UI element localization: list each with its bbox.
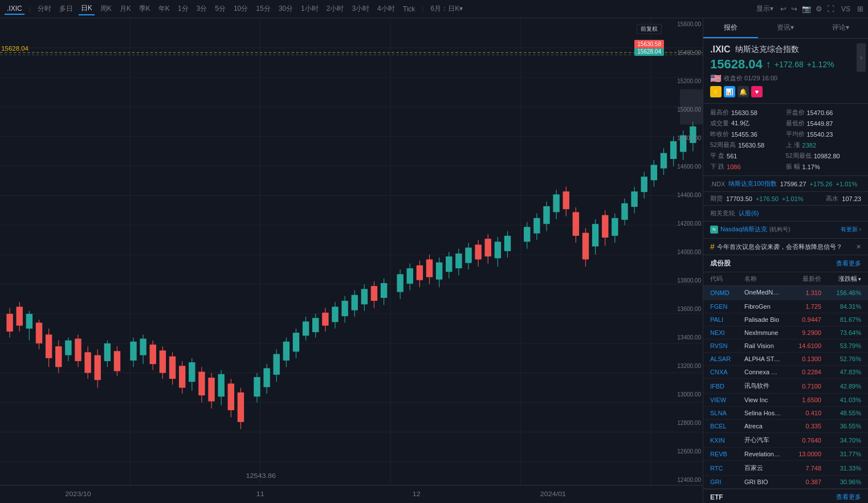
stat-flat: 平 盘 561 — [710, 150, 786, 161]
svg-rect-139 — [592, 224, 598, 246]
vs-button[interactable]: VS — [839, 4, 853, 14]
futures-high-label: 高水 — [826, 194, 838, 203]
redo-icon[interactable]: ↪ — [791, 5, 797, 13]
grid-icon[interactable]: ⊞ — [857, 5, 863, 13]
svg-rect-63 — [198, 372, 205, 396]
svg-rect-147 — [631, 191, 637, 207]
futures-change: +176.50 — [756, 195, 779, 202]
table-row[interactable]: NEXI NexImmune 9.2900 73.64% — [703, 326, 868, 340]
news-update[interactable]: 有更新 › — [841, 226, 861, 234]
table-row[interactable]: RTC 百家云 7.748 31.33% — [703, 461, 868, 476]
main-layout: 前复权 — [0, 18, 868, 503]
tf-2h[interactable]: 2小时 — [324, 3, 347, 15]
components-table-section: 成份股 查看更多 代码 名称 最新价 涨跌幅▾ ONMD OneMedNet i… — [703, 255, 868, 503]
ndx-pct: +1.01% — [836, 181, 858, 187]
settings-icon[interactable]: ⚙ — [816, 5, 822, 13]
table-row[interactable]: ONMD OneMedNet i 1.310 156.46% — [703, 286, 868, 300]
tf-yuek[interactable]: 月K — [117, 3, 133, 15]
table-row[interactable]: ALSAR ALPHA STAR Ai 0.1300 52.76% — [703, 353, 868, 366]
tf-tick[interactable]: Tick — [401, 4, 418, 14]
chart-icon[interactable]: 📊 — [724, 86, 735, 97]
tf-3min[interactable]: 3分 — [194, 3, 210, 15]
table-row[interactable]: IFBD 讯鸟软件 0.7100 42.89% — [703, 379, 868, 394]
toolbar-right: 显示▾ ↩ ↪ 📷 ⚙ ⛶ VS ⊞ — [754, 3, 863, 15]
cell-price: 0.9447 — [781, 316, 821, 323]
svg-rect-115 — [465, 248, 471, 263]
table-row[interactable]: GRI GRI BIO 0.387 30.96% — [703, 476, 868, 489]
cell-price: 0.335 — [781, 423, 821, 430]
tab-quote[interactable]: 报价 — [703, 18, 758, 38]
svg-rect-143 — [612, 218, 618, 236]
camera-icon[interactable]: 📷 — [802, 5, 811, 13]
stock-change-abs: +172.68 — [775, 60, 804, 69]
tf-3h[interactable]: 3小时 — [349, 3, 372, 15]
nasdaq-icon: N — [710, 226, 718, 234]
tf-30min[interactable]: 30分 — [276, 3, 295, 15]
tf-1min[interactable]: 1分 — [176, 3, 191, 15]
tab-comments[interactable]: 评论▾ — [813, 18, 868, 38]
tf-15min[interactable]: 15分 — [254, 3, 272, 15]
news-source-name[interactable]: Nasdaq纳斯达克 — [720, 225, 767, 234]
table-row[interactable]: REVB Revelation Bios 13.0000 31.77% — [703, 448, 868, 461]
stat-low: 最低价 15449.87 — [786, 118, 862, 129]
tf-zhouk[interactable]: 周K — [98, 3, 114, 15]
ndx-name-link[interactable]: 纳斯达克100指数 — [728, 179, 776, 188]
cell-price: 0.2284 — [781, 369, 821, 375]
tf-duori[interactable]: 多日 — [57, 3, 75, 15]
table-row[interactable]: PALI Palisade Bio 0.9447 81.67% — [703, 313, 868, 326]
ndx-price: 17596.27 — [780, 181, 806, 187]
svg-text:2024/01: 2024/01 — [540, 490, 567, 497]
table-row[interactable]: VIEW View Inc 1.6500 41.03% — [703, 394, 868, 407]
tf-niank[interactable]: 年K — [156, 3, 172, 15]
etf-header: ETF 查看更多 — [703, 489, 868, 503]
display-button[interactable]: 显示▾ — [754, 3, 776, 15]
collapse-button[interactable]: › — [857, 43, 866, 72]
lightning-icon[interactable]: ⚡ — [710, 86, 722, 97]
svg-rect-49 — [130, 342, 136, 361]
heart-icon[interactable]: ♥ — [751, 86, 763, 97]
price-15000: 15000.00 — [666, 107, 701, 113]
price-14000: 14000.00 — [666, 249, 701, 255]
date-range-selector[interactable]: 6月：日K▾ — [428, 3, 465, 15]
tab-news[interactable]: 资讯▾ — [758, 18, 813, 38]
bell-icon[interactable]: 🔔 — [737, 86, 749, 97]
price-arrow: ↑ — [766, 59, 771, 71]
tf-fenshi[interactable]: 分时 — [35, 3, 54, 15]
table-row[interactable]: BCEL Atreca 0.335 36.55% — [703, 420, 868, 433]
svg-rect-145 — [621, 203, 627, 220]
ndx-row: .NDX 纳斯达克100指数 17596.27 +175.26 +1.01% — [703, 176, 868, 192]
col-price-header: 最新价 — [781, 275, 821, 283]
etf-more-link[interactable]: 查看更多 — [836, 493, 861, 501]
cell-code: REVB — [710, 451, 744, 457]
col-change-header[interactable]: 涨跌幅▾ — [821, 275, 861, 283]
cell-change: 34.70% — [821, 437, 861, 444]
stat-volume: 成交量 41.9亿 — [710, 118, 786, 129]
tf-rik[interactable]: 日K — [79, 2, 95, 15]
tf-1h[interactable]: 1小时 — [299, 3, 321, 15]
tf-5min[interactable]: 5分 — [213, 3, 228, 15]
table-row[interactable]: KXIN 开心汽车 0.7640 34.70% — [703, 433, 868, 448]
alert-close-button[interactable]: ✕ — [856, 243, 861, 251]
related-label: 相关竞轮 — [710, 209, 735, 218]
tf-jik[interactable]: 季K — [137, 3, 153, 15]
svg-rect-121 — [495, 242, 501, 258]
cell-change: 31.33% — [821, 465, 861, 472]
futures-row: 期货 17703.50 +176.50 +1.01% 高水 107.23 — [703, 192, 868, 206]
svg-rect-91 — [341, 301, 348, 316]
stock-ticker: .IXIC — [710, 44, 731, 55]
ticker-label[interactable]: .IXIC — [5, 3, 25, 15]
related-link[interactable]: 认股(6) — [739, 209, 759, 218]
expand-icon[interactable]: ⛶ — [827, 5, 834, 13]
svg-rect-119 — [485, 239, 491, 256]
components-more-link[interactable]: 查看更多 — [836, 259, 861, 268]
tf-10min[interactable]: 10分 — [231, 3, 250, 15]
table-row[interactable]: RVSN Rail Vision 14.6100 53.79% — [703, 340, 868, 353]
table-row[interactable]: FGEN FibroGen 1.725 84.31% — [703, 300, 868, 313]
chart-area[interactable]: 前复权 — [0, 18, 703, 503]
table-row[interactable]: CNXA Connexa Sports 0.2284 47.83% — [703, 366, 868, 379]
undo-icon[interactable]: ↩ — [780, 5, 787, 13]
cell-code: RTC — [710, 465, 744, 472]
tf-4h[interactable]: 4小时 — [375, 3, 397, 15]
table-row[interactable]: SLNA Selina Hospitali 0.410 48.55% — [703, 407, 868, 420]
cell-code: NEXI — [710, 329, 744, 336]
